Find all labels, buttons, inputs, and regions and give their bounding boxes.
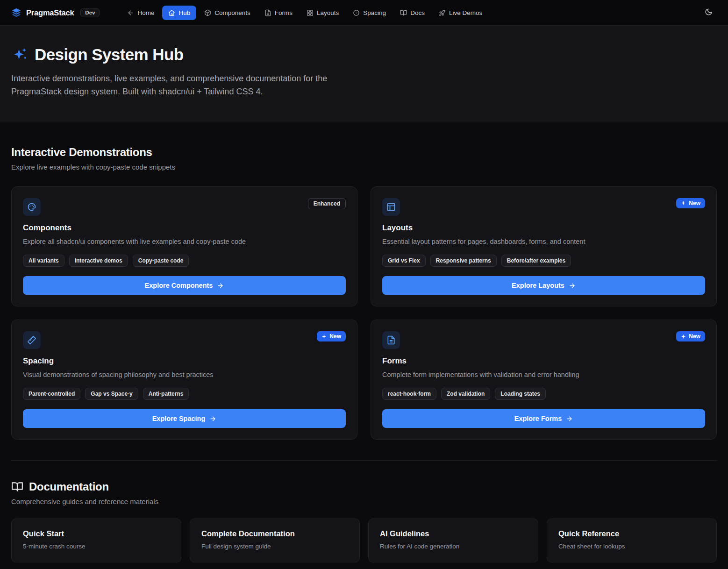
docs-card-grid: Quick Start 5-minute crash course Comple… (11, 519, 717, 562)
tag-row: react-hook-form Zod validation Loading s… (382, 388, 705, 400)
panels-icon (382, 198, 400, 216)
hero-section: Design System Hub Interactive demonstrat… (0, 26, 728, 122)
cta-label: Explore Components (145, 282, 213, 289)
brand-name: PragmaStack (26, 8, 74, 17)
demos-section: Interactive Demonstrations Explore live … (11, 122, 717, 440)
tag: Responsive patterns (430, 255, 497, 267)
nav-item-forms[interactable]: Forms (258, 6, 299, 20)
demo-card-forms: New Forms Complete form implementations … (371, 320, 717, 440)
new-badge-label: New (689, 333, 700, 340)
nav-item-label: Live Demos (449, 9, 482, 16)
tag: Gap vs Space-y (85, 388, 138, 400)
doc-card-ai-guidelines[interactable]: AI Guidelines Rules for AI code generati… (368, 519, 538, 562)
tag: Interactive demos (69, 255, 128, 267)
new-badge: New (676, 198, 705, 208)
rocket-icon (439, 9, 446, 16)
demos-heading: Interactive Demonstrations (11, 146, 717, 159)
docs-subheading: Comprehensive guides and reference mater… (11, 498, 717, 505)
nav-item-label: Home (137, 9, 154, 16)
theme-toggle-button[interactable] (700, 4, 717, 21)
moon-icon (705, 8, 713, 17)
doc-card-complete-documentation[interactable]: Complete Documentation Full design syste… (190, 519, 360, 562)
cta-label: Explore Layouts (512, 282, 564, 289)
nav-item-docs[interactable]: Docs (394, 6, 431, 20)
brand-wrap[interactable]: PragmaStack Dev (11, 7, 100, 18)
dev-badge: Dev (80, 8, 100, 17)
nav-item-label: Layouts (317, 9, 339, 16)
nav-items: Home Hub Components Forms (121, 6, 488, 20)
nav-item-components[interactable]: Components (198, 6, 257, 20)
file-text-icon (382, 331, 400, 349)
docs-section: Documentation Comprehensive guides and r… (11, 461, 717, 562)
doc-card-title: Complete Documentation (201, 529, 348, 538)
explore-forms-button[interactable]: Explore Forms (382, 409, 705, 428)
file-text-icon (264, 9, 271, 16)
card-description: Essential layout patterns for pages, das… (382, 237, 705, 246)
navbar: PragmaStack Dev Home Hub Components (0, 0, 728, 26)
cta-label: Explore Spacing (152, 415, 206, 422)
tag-row: Parent-controlled Gap vs Space-y Anti-pa… (23, 388, 346, 400)
doc-card-description: Full design system guide (201, 543, 348, 550)
status-badge: Enhanced (308, 198, 346, 209)
card-title: Components (23, 223, 346, 233)
tag: Zod validation (441, 388, 490, 400)
spacing-icon (353, 9, 360, 16)
tag: Parent-controlled (23, 388, 80, 400)
page-title: Design System Hub (35, 45, 184, 64)
doc-card-title: AI Guidelines (380, 529, 527, 538)
arrow-left-icon (127, 9, 134, 16)
main-content: Interactive Demonstrations Explore live … (0, 122, 728, 569)
doc-card-quick-start[interactable]: Quick Start 5-minute crash course (11, 519, 181, 562)
doc-card-description: 5-minute crash course (23, 543, 170, 550)
doc-card-description: Cheat sheet for lookups (558, 543, 705, 550)
nav-item-label: Docs (410, 9, 425, 16)
new-badge-label: New (689, 200, 700, 206)
nav-item-label: Forms (275, 9, 293, 16)
nav-item-label: Components (214, 9, 250, 16)
card-title: Forms (382, 356, 705, 366)
sparkle-icon (321, 334, 327, 339)
tag-row: Grid vs Flex Responsive patterns Before/… (382, 255, 705, 267)
tag: Copy-paste code (133, 255, 189, 267)
card-description: Explore all shadcn/ui components with li… (23, 237, 346, 246)
demos-subheading: Explore live examples with copy-paste co… (11, 163, 717, 171)
new-badge: New (676, 331, 705, 341)
nav-item-label: Spacing (363, 9, 386, 16)
sparkle-icon (681, 334, 686, 339)
explore-layouts-button[interactable]: Explore Layouts (382, 276, 705, 295)
tag: All variants (23, 255, 64, 267)
doc-card-description: Rules for AI code generation (380, 543, 527, 550)
doc-card-title: Quick Start (23, 529, 170, 538)
new-badge-label: New (329, 333, 341, 340)
explore-spacing-button[interactable]: Explore Spacing (23, 409, 346, 428)
page-subtitle: Interactive demonstrations, live example… (11, 72, 357, 99)
sparkle-icon (681, 200, 686, 206)
tag: Grid vs Flex (382, 255, 426, 267)
card-description: Visual demonstrations of spacing philoso… (23, 370, 346, 379)
explore-components-button[interactable]: Explore Components (23, 276, 346, 295)
layout-grid-icon (307, 9, 314, 16)
arrow-right-icon (217, 282, 224, 289)
nav-item-spacing[interactable]: Spacing (347, 6, 392, 20)
tag: Before/after examples (501, 255, 571, 267)
demo-card-layouts: New Layouts Essential layout patterns fo… (371, 186, 717, 306)
tag-row: All variants Interactive demos Copy-past… (23, 255, 346, 267)
box-icon (204, 9, 211, 16)
arrow-right-icon (209, 415, 216, 422)
book-open-icon (400, 9, 407, 16)
nav-item-hub[interactable]: Hub (162, 6, 196, 20)
layers-logo-icon (11, 7, 21, 18)
tag: Anti-patterns (143, 388, 189, 400)
ruler-icon (23, 331, 41, 349)
demo-card-spacing: New Spacing Visual demonstrations of spa… (11, 320, 357, 440)
nav-item-label: Hub (178, 9, 190, 16)
tag: react-hook-form (382, 388, 436, 400)
demo-card-grid: Enhanced Components Explore all shadcn/u… (11, 186, 717, 440)
book-open-icon (11, 481, 23, 493)
nav-item-layouts[interactable]: Layouts (300, 6, 345, 20)
nav-item-live-demos[interactable]: Live Demos (433, 6, 488, 20)
house-icon (168, 9, 175, 16)
doc-card-quick-reference[interactable]: Quick Reference Cheat sheet for lookups (547, 519, 717, 562)
nav-item-home[interactable]: Home (121, 6, 160, 20)
palette-icon (23, 198, 41, 216)
